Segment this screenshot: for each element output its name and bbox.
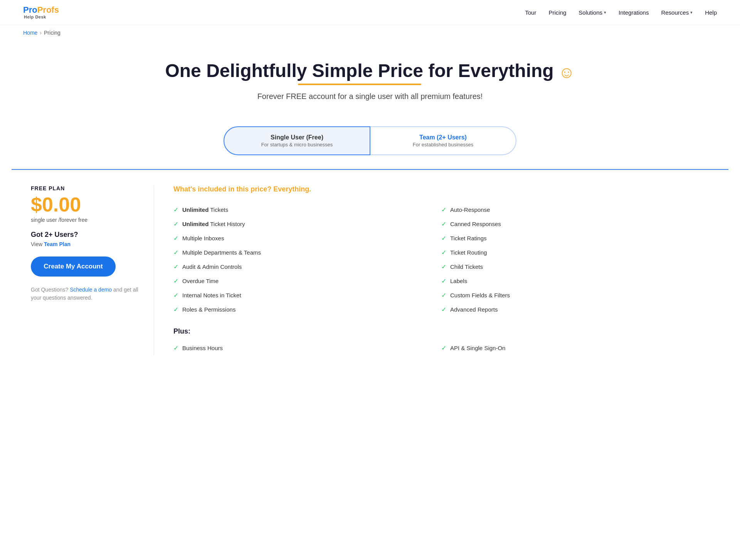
nav-pricing[interactable]: Pricing <box>548 9 566 16</box>
breadcrumb-separator: › <box>40 30 42 36</box>
nav-help[interactable]: Help <box>705 9 717 16</box>
single-user-toggle[interactable]: Single User (Free) For startups & micro … <box>224 126 370 155</box>
check-icon: ✓ <box>441 292 446 299</box>
left-panel: FREE PLAN $0.00 single user /forever fre… <box>31 185 154 355</box>
team-toggle[interactable]: Team (2+ Users) For established business… <box>370 126 516 155</box>
plan-price: $0.00 <box>31 194 138 215</box>
check-icon: ✓ <box>441 344 446 352</box>
feature-child-tickets: ✓ Child Tickets <box>441 260 709 274</box>
plus-label: Plus: <box>173 327 709 335</box>
single-user-label: Single User (Free) <box>271 134 323 141</box>
pricing-section: FREE PLAN $0.00 single user /forever fre… <box>12 169 728 374</box>
feature-business-hours: ✓ Business Hours <box>173 341 441 355</box>
plus-col1: ✓ Business Hours <box>173 341 441 355</box>
feature-custom-fields: ✓ Custom Fields & Filters <box>441 288 709 302</box>
questions-pre: Got Questions? <box>31 287 68 293</box>
check-icon: ✓ <box>441 306 446 313</box>
team-sub: For established businesses <box>380 142 506 148</box>
resources-chevron-icon: ▾ <box>690 10 693 15</box>
feature-labels: ✓ Labels <box>441 274 709 288</box>
breadcrumb-current: Pricing <box>44 30 61 36</box>
feature-ticket-routing: ✓ Ticket Routing <box>441 245 709 260</box>
feature-ticket-ratings: ✓ Ticket Ratings <box>441 231 709 245</box>
plus-section: Plus: ✓ Business Hours ✓ API & Single Si… <box>173 327 709 355</box>
feature-api-sso: ✓ API & Single Sign-On <box>441 341 709 355</box>
hero-title: One Delightfully Simple Price for Everyt… <box>23 60 717 85</box>
check-icon: ✓ <box>441 206 446 213</box>
feature-canned-responses: ✓ Canned Responses <box>441 217 709 231</box>
features-col1: ✓ Unlimited Tickets ✓ Unlimited Ticket H… <box>173 203 441 317</box>
questions-text: Got Questions? Schedule a demo and get a… <box>31 286 138 302</box>
upsell-label: Got 2+ Users? <box>31 231 138 239</box>
check-icon: ✓ <box>173 206 178 213</box>
team-link-pre: View <box>31 241 44 247</box>
feature-audit-admin: ✓ Audit & Admin Controls <box>173 260 441 274</box>
create-account-button[interactable]: Create My Account <box>31 257 116 277</box>
feature-overdue: ✓ Overdue Time <box>173 274 441 288</box>
plan-toggle: Single User (Free) For startups & micro … <box>224 126 516 155</box>
included-highlight: Everything. <box>273 185 311 193</box>
check-icon: ✓ <box>173 292 178 299</box>
feature-roles: ✓ Roles & Permissions <box>173 302 441 317</box>
plan-label: FREE PLAN <box>31 185 138 191</box>
feature-internal-notes: ✓ Internal Notes in Ticket <box>173 288 441 302</box>
team-plan-link[interactable]: Team Plan <box>44 241 71 247</box>
nav-links: Tour Pricing Solutions ▾ Integrations Re… <box>525 9 717 16</box>
nav-tour[interactable]: Tour <box>525 9 536 16</box>
hero-subtitle: Forever FREE account for a single user w… <box>23 92 717 101</box>
feature-advanced-reports: ✓ Advanced Reports <box>441 302 709 317</box>
logo-sub: Help Desk <box>24 15 59 19</box>
hero-title-text: One Delightfully Simple Price for Everyt… <box>165 60 553 81</box>
plus-grid: ✓ Business Hours ✓ API & Single Sign-On <box>173 341 709 355</box>
included-title: What's included in this price? Everythin… <box>173 185 709 193</box>
feature-unlimited-tickets: ✓ Unlimited Tickets <box>173 203 441 217</box>
feature-unlimited-history: ✓ Unlimited Ticket History <box>173 217 441 231</box>
feature-departments: ✓ Multiple Departments & Teams <box>173 245 441 260</box>
navbar: ProProfs Help Desk Tour Pricing Solution… <box>0 0 740 25</box>
plan-desc: single user /forever free <box>31 217 138 223</box>
check-icon: ✓ <box>173 235 178 242</box>
check-icon: ✓ <box>173 249 178 256</box>
right-panel: What's included in this price? Everythin… <box>154 185 709 355</box>
breadcrumb-home[interactable]: Home <box>23 30 37 36</box>
check-icon: ✓ <box>173 344 178 352</box>
check-icon: ✓ <box>173 220 178 228</box>
check-icon: ✓ <box>173 277 178 285</box>
feature-auto-response: ✓ Auto-Response <box>441 203 709 217</box>
features-grid: ✓ Unlimited Tickets ✓ Unlimited Ticket H… <box>173 203 709 317</box>
check-icon: ✓ <box>441 249 446 256</box>
team-link-wrap: View Team Plan <box>31 241 138 247</box>
check-icon: ✓ <box>441 235 446 242</box>
logo-text: ProProfs <box>23 5 59 15</box>
check-icon: ✓ <box>441 220 446 228</box>
feature-multiple-inboxes: ✓ Multiple Inboxes <box>173 231 441 245</box>
single-user-sub: For startups & micro businesses <box>234 142 360 148</box>
schedule-demo-link[interactable]: Schedule a demo <box>70 287 112 293</box>
title-underline <box>298 84 421 85</box>
check-icon: ✓ <box>173 306 178 313</box>
check-icon: ✓ <box>441 263 446 270</box>
nav-resources[interactable]: Resources ▾ <box>661 9 693 16</box>
smiley-icon: ☺ <box>558 63 575 82</box>
nav-solutions[interactable]: Solutions ▾ <box>579 9 606 16</box>
plus-col2: ✓ API & Single Sign-On <box>441 341 709 355</box>
features-col2: ✓ Auto-Response ✓ Canned Responses ✓ Tic… <box>441 203 709 317</box>
hero-section: One Delightfully Simple Price for Everyt… <box>0 40 740 112</box>
nav-integrations[interactable]: Integrations <box>619 9 649 16</box>
logo[interactable]: ProProfs Help Desk <box>23 5 59 19</box>
check-icon: ✓ <box>173 263 178 270</box>
check-icon: ✓ <box>441 277 446 285</box>
solutions-chevron-icon: ▾ <box>604 10 606 15</box>
breadcrumb: Home › Pricing <box>0 25 740 40</box>
team-label: Team (2+ Users) <box>419 134 467 141</box>
